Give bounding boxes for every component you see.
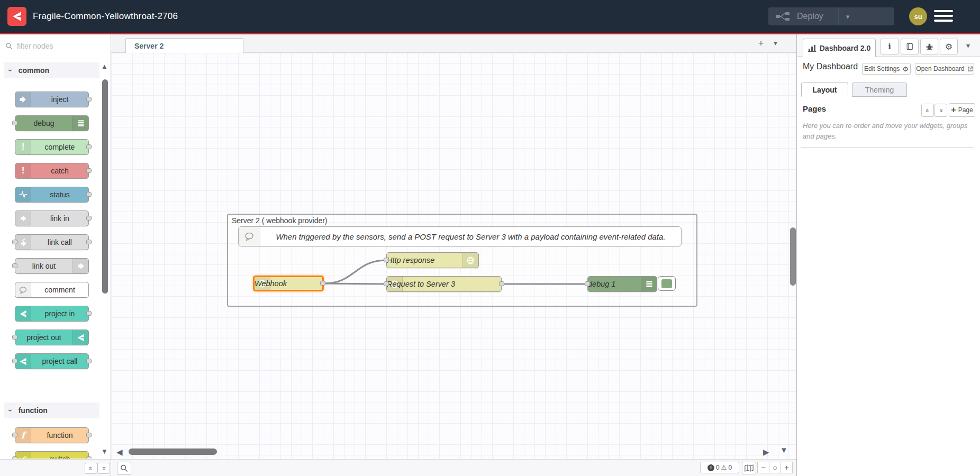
output-port[interactable] — [499, 281, 504, 286]
palette-node-inject[interactable]: inject — [15, 91, 89, 107]
info-tab-button[interactable]: i — [881, 39, 899, 54]
palette-node-link-in[interactable]: link in — [15, 210, 89, 226]
input-port[interactable] — [12, 121, 17, 125]
scroll-down-icon[interactable]: ▼ — [101, 447, 108, 455]
palette-node-switch[interactable]: switch — [15, 451, 89, 459]
main-menu-icon[interactable] — [934, 10, 953, 23]
palette-filter — [0, 34, 111, 58]
palette-node-debug[interactable]: debug — [15, 115, 89, 131]
output-port[interactable] — [86, 433, 92, 437]
tab-theming[interactable]: Theming — [852, 83, 907, 97]
output-port[interactable] — [86, 192, 92, 197]
config-nodes-tab-button[interactable]: ⚙ — [940, 39, 958, 54]
horizontal-scrollbar-thumb[interactable] — [129, 448, 217, 455]
zoom-out-button[interactable]: − — [757, 462, 769, 473]
output-port[interactable] — [86, 97, 92, 102]
node-http-response[interactable]: Http response — [386, 252, 479, 268]
palette-scrollbar[interactable]: ▲ ▼ — [101, 58, 109, 459]
input-port[interactable] — [12, 335, 17, 340]
node-debug-1[interactable]: debug 1 — [587, 276, 657, 292]
palette-node-catch[interactable]: ! catch — [15, 163, 89, 179]
open-dashboard-button[interactable]: Open Dashboard — [915, 63, 974, 75]
input-port[interactable] — [12, 359, 17, 363]
tab-server-2[interactable]: Server 2 — [125, 38, 243, 53]
zoom-reset-button[interactable]: ○ — [769, 462, 781, 473]
palette-node-project-in[interactable]: project in — [15, 306, 89, 322]
palette-node-comment[interactable]: comment — [15, 282, 89, 298]
error-icon: ! — [707, 464, 714, 471]
function-f-icon: f — [15, 428, 31, 443]
scroll-right-icon[interactable]: ▶ — [763, 447, 769, 457]
zoom-in-button[interactable]: + — [781, 462, 793, 473]
palette-node-link-call[interactable]: link call — [15, 234, 89, 250]
category-common[interactable]: › common — [4, 62, 99, 78]
vertical-scrollbar-thumb[interactable] — [790, 227, 796, 286]
add-flow-button[interactable]: + — [754, 36, 768, 50]
wire-webhook-to-httpresponse[interactable] — [324, 260, 386, 283]
expand-all-button[interactable]: « — [97, 463, 110, 474]
deploy-button[interactable]: Deploy ▾ — [768, 7, 894, 25]
search-icon — [5, 42, 13, 50]
app-header: Fragile-Common-Yellowthroat-2706 Deploy … — [0, 0, 980, 34]
scroll-up-icon[interactable]: ▲ — [101, 62, 108, 70]
flowfuse-logo-icon — [7, 7, 26, 26]
palette-node-complete[interactable]: ! complete — [15, 139, 89, 155]
output-port[interactable] — [86, 359, 92, 363]
flow-list-caret-icon[interactable]: ▾ — [774, 39, 777, 47]
input-port[interactable] — [12, 263, 17, 268]
scroll-left-icon[interactable]: ◀ — [116, 447, 123, 457]
add-page-button[interactable]: + Page — [949, 103, 975, 117]
node-webhook[interactable]: Webhook — [253, 276, 324, 291]
node-request-to-server-3[interactable]: Request to Server 3 — [386, 276, 502, 292]
pulse-icon — [15, 187, 31, 202]
palette-node-project-out[interactable]: project out — [15, 329, 89, 345]
dashboard-section-title: My Dashboard — [803, 62, 858, 71]
search-flows-button[interactable] — [117, 462, 131, 475]
palette-node-link-out[interactable]: link out — [15, 258, 89, 274]
project-logo-icon — [15, 306, 31, 321]
error-warning-counts[interactable]: ! 0 ⚠ 0 — [700, 462, 739, 473]
output-port[interactable] — [86, 456, 92, 459]
link-arrow-icon — [72, 259, 88, 273]
palette-node-function[interactable]: f function — [15, 427, 89, 443]
sidebar-menu-caret-icon[interactable]: ▾ — [966, 41, 970, 50]
output-port[interactable] — [320, 281, 325, 286]
filter-nodes-input[interactable] — [16, 41, 97, 51]
comment-text: When triggered by the sensors, send a PO… — [260, 232, 681, 241]
tab-layout[interactable]: Layout — [801, 83, 848, 97]
input-port[interactable] — [12, 433, 17, 437]
output-port[interactable] — [86, 144, 92, 149]
user-avatar[interactable]: su — [909, 7, 927, 25]
input-port[interactable] — [384, 258, 389, 262]
palette-scroll-area: › common inject debug ! complete ! catch — [0, 58, 99, 459]
move-page-up-button[interactable]: « — [921, 104, 934, 117]
palette-scrollbar-thumb[interactable] — [102, 79, 108, 294]
deploy-caret-icon[interactable]: ▾ — [846, 13, 850, 21]
wire-webhook-to-request[interactable] — [324, 283, 386, 284]
project-logo-icon — [15, 354, 31, 369]
move-page-down-button[interactable]: « — [934, 104, 947, 117]
output-port[interactable] — [86, 311, 92, 316]
input-port[interactable] — [12, 240, 17, 244]
comment-node[interactable]: When triggered by the sensors, send a PO… — [238, 226, 682, 246]
debug-enable-toggle[interactable] — [658, 276, 676, 291]
input-port[interactable] — [585, 281, 590, 286]
scroll-down-icon[interactable]: ▼ — [780, 445, 788, 454]
category-function[interactable]: › function — [4, 402, 99, 418]
output-port[interactable] — [86, 240, 92, 244]
debug-tab-button[interactable] — [920, 39, 938, 54]
tab-dashboard-2[interactable]: Dashboard 2.0 — [803, 39, 876, 57]
input-port[interactable] — [384, 281, 389, 286]
collapse-all-button[interactable]: « — [85, 463, 97, 474]
flow-canvas[interactable]: Server 2 ( webhook provider) When trigge… — [111, 53, 796, 459]
input-port[interactable] — [12, 456, 17, 459]
navigator-map-button[interactable] — [742, 462, 756, 474]
help-tab-button[interactable] — [901, 39, 919, 54]
palette-node-status[interactable]: status — [15, 187, 89, 203]
plus-icon: + — [951, 105, 956, 115]
palette-node-project-call[interactable]: project call — [15, 353, 89, 369]
debug-list-icon — [72, 116, 88, 131]
output-port[interactable] — [86, 216, 92, 221]
output-port[interactable] — [86, 168, 92, 173]
edit-settings-button[interactable]: Edit Settings ⚙ — [862, 63, 911, 75]
